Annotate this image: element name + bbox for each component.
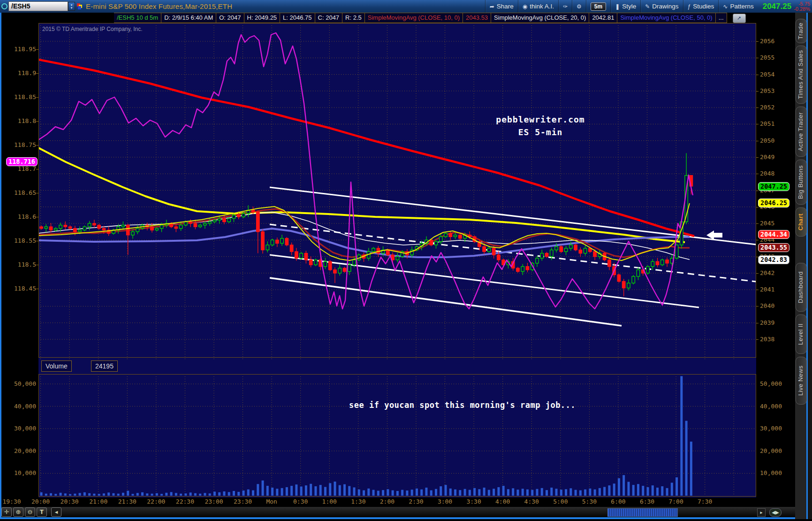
right-axis-label: 2055: [760, 54, 774, 61]
price-pane[interactable]: [38, 23, 756, 359]
time-axis-label: 2:00: [380, 498, 395, 505]
patterns-button[interactable]: ∿Patterns: [718, 0, 758, 13]
paint-button[interactable]: ✑: [558, 0, 572, 13]
left-axis-label: 118.9: [18, 69, 36, 77]
right-axis-label: 2040: [760, 302, 774, 310]
share-button[interactable]: ➦Share: [485, 0, 518, 13]
volume-axis-label-left: 30,000: [14, 425, 36, 432]
sidebar-tab-dashboard[interactable]: Dashboard: [796, 263, 807, 312]
interval-chip[interactable]: 5m: [591, 2, 606, 11]
data-strip-cell: L: 2046.75: [280, 13, 315, 23]
price-change: -5.75 -0.28%: [794, 1, 810, 12]
left-axis-label: 118.55: [14, 237, 36, 245]
time-axis-label: 7:30: [698, 498, 712, 505]
sidebar-tab-times-and-sales[interactable]: Times And Sales: [796, 46, 807, 104]
sidebar-tab-big-buttons[interactable]: Big Buttons: [796, 160, 807, 205]
quote-block: 2047.25 -5.75 -0.28%: [758, 1, 812, 12]
watermark-site: pebblewriter.com: [465, 115, 615, 124]
axis-tick: [756, 41, 759, 42]
scroll-left-button[interactable]: ◂: [51, 507, 61, 517]
wrench-button[interactable]: ⚙: [572, 0, 586, 13]
style-button[interactable]: ❚Style: [610, 0, 640, 13]
studies-button[interactable]: ƒStudies: [683, 0, 719, 13]
axis-tick: [756, 207, 759, 207]
jump-to-latest-button[interactable]: ◀▶: [769, 508, 782, 517]
style-icon: ❚: [615, 3, 620, 10]
volume-axis-label-right: 40,000: [760, 403, 782, 410]
data-strip-cell: D: 2/9/15 6:40 AM: [161, 13, 216, 23]
gadget-sidebar: TradeTimes And SalesActive TraderBig But…: [795, 13, 812, 519]
think-ai-button[interactable]: ◉think A.I.: [518, 0, 558, 13]
time-axis-label: 23:30: [234, 498, 252, 505]
axis-tick: [756, 290, 759, 290]
data-strip-cell: O: 2047: [216, 13, 244, 23]
volume-axis-label-right: 20,000: [760, 447, 782, 455]
right-axis-badge: 2046.25: [758, 199, 789, 207]
time-axis-label: 3:30: [466, 498, 481, 505]
volume-axis-label-left: 50,000: [14, 380, 36, 388]
time-axis-label: 6:30: [640, 498, 654, 505]
symbol-input[interactable]: /ESH5: [8, 1, 68, 11]
time-axis-label: 21:30: [118, 498, 137, 505]
zoom-out-button[interactable]: ⊖: [25, 507, 35, 517]
volume-axis-label-right: 50,000: [760, 380, 782, 388]
time-axis-label: Mon: [266, 498, 277, 505]
window-border-left: [0, 13, 1, 519]
left-axis-label: 118.7: [18, 165, 36, 173]
text-note-tool-button[interactable]: T: [37, 507, 47, 517]
sidebar-tab-trade[interactable]: Trade: [796, 19, 807, 43]
chart-tools-icon[interactable]: ➚: [733, 14, 746, 23]
sidebar-tab-active-trader[interactable]: Active Trader: [796, 107, 807, 157]
symbol-dropdown-icon[interactable]: ▼▼: [68, 2, 75, 11]
axis-tick: [756, 141, 759, 141]
sidebar-tab-chart[interactable]: Chart: [796, 207, 807, 237]
left-axis-label: 118.85: [14, 93, 36, 101]
left-price-axis[interactable]: 118.95118.9118.85118.8118.75118.7118.651…: [1, 23, 38, 507]
axis-tick: [756, 306, 759, 306]
paint-icon: ✑: [563, 3, 568, 10]
axis-tick: [756, 91, 759, 92]
window-border-bottom: [0, 517, 812, 519]
change-percent: -0.28%: [794, 7, 810, 12]
right-price-axis[interactable]: 2038203920402041204220432044204520462047…: [756, 23, 795, 507]
interval-chip-button[interactable]: 5m: [586, 0, 610, 13]
time-axis-label: 0:30: [293, 498, 308, 505]
sidebar-edge: [808, 13, 812, 519]
chart-plot-area[interactable]: [38, 23, 756, 498]
drawings-button[interactable]: ✎Drawings: [640, 0, 683, 13]
time-scrollbar-thumb[interactable]: [607, 508, 678, 517]
data-strip-cell: /ESH5 10 d 5m: [114, 13, 161, 23]
sidebar-tab-level-ii[interactable]: Level II: [796, 314, 807, 354]
data-strip-cell: 2042.81: [589, 13, 617, 23]
axis-tick: [756, 273, 759, 274]
time-axis-label: 4:30: [524, 498, 539, 505]
right-axis-label: 2049: [760, 153, 774, 161]
wrench-icon: ⚙: [577, 3, 582, 10]
right-axis-label: 2053: [760, 87, 774, 95]
sidebar-tab-live-news[interactable]: Live News: [796, 357, 807, 405]
time-axis-label: 22:00: [147, 498, 165, 505]
zoom-in-button[interactable]: ⊕: [13, 507, 23, 517]
volume-axis-label-right: 30,000: [760, 425, 782, 432]
scroll-right-button[interactable]: ▸: [757, 508, 766, 517]
left-axis-label: 118.8: [18, 117, 36, 125]
share-icon: ➦: [490, 3, 494, 10]
axis-tick: [756, 124, 759, 124]
axis-tick: [756, 191, 759, 191]
axis-tick: [756, 107, 759, 108]
right-axis-label: 2042: [760, 269, 774, 277]
right-axis-label: 2052: [760, 104, 774, 111]
pan-tool-button[interactable]: ✛: [1, 507, 12, 517]
studies-icon: ƒ: [688, 3, 691, 10]
axis-tick: [756, 75, 759, 75]
volume-pane[interactable]: [38, 359, 756, 498]
left-axis-label: 118.6: [18, 213, 36, 221]
axis-tick: [756, 157, 759, 158]
time-axis-label: 7:00: [668, 498, 683, 505]
link-color-icon[interactable]: [77, 3, 83, 9]
time-axis-label: 1:30: [351, 498, 365, 505]
time-axis-label: 21:00: [89, 498, 107, 505]
time-axis-label: 5:30: [582, 498, 597, 505]
right-axis-badge: 2044.34: [758, 230, 789, 239]
time-axis-label: 20:30: [61, 498, 79, 505]
